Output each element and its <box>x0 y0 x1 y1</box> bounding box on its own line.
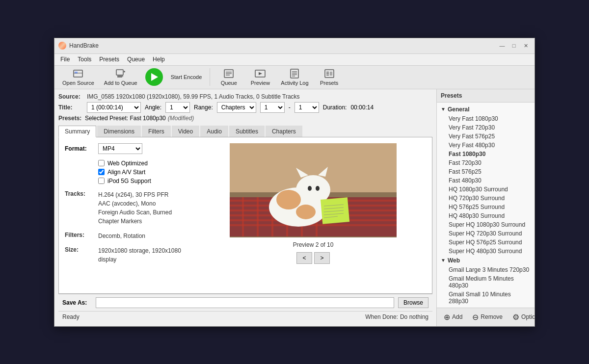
preview-button[interactable]: Preview <box>245 67 275 87</box>
preset-gmail-large[interactable]: Gmail Large 3 Minutes 720p30 <box>437 265 535 274</box>
remove-preset-button[interactable]: ⊖ Remove <box>469 311 506 323</box>
track-4: Chapter Markers <box>98 217 172 226</box>
web-optimized-checkbox[interactable] <box>98 160 105 166</box>
preset-very-fast-480p30[interactable]: Very Fast 480p30 <box>437 141 535 150</box>
tracks-label: Tracks: <box>65 190 94 226</box>
when-done: When Done: Do nothing <box>365 313 428 320</box>
source-value: IMG_0585 1920x1080 (1920x1080), 59.99 FP… <box>87 93 300 100</box>
filters-label: Filters: <box>65 232 94 240</box>
presets-list: ▼ General Very Fast 1080p30 Very Fast 72… <box>437 103 535 308</box>
save-as-input[interactable] <box>96 297 394 308</box>
format-row: Format: MP4 MKV WebM <box>65 143 192 154</box>
tab-subtitles[interactable]: Subtitles <box>229 126 265 137</box>
svg-rect-19 <box>325 70 334 78</box>
track-1: H.264 (x264), 30 FPS PFR <box>98 190 172 199</box>
window-title: HandBrake <box>69 42 497 49</box>
range-select[interactable]: Chapters <box>217 102 256 113</box>
menu-file[interactable]: File <box>56 55 74 64</box>
minimize-button[interactable]: — <box>497 41 507 51</box>
preset-group-web[interactable]: ▼ Web <box>437 256 535 265</box>
tab-filters[interactable]: Filters <box>142 126 171 137</box>
tab-video[interactable]: Video <box>172 126 199 137</box>
ipod-5g-row: iPod 5G Support <box>98 178 192 184</box>
duration-value: 00:00:14 <box>350 104 374 111</box>
preset-hq-480p30-surround[interactable]: HQ 480p30 Surround <box>437 211 535 220</box>
start-encode-button[interactable] <box>145 68 163 86</box>
title-select[interactable]: 1 (00:00:14) <box>87 102 141 113</box>
close-button[interactable]: ✕ <box>521 41 531 51</box>
status-text: Ready <box>62 313 80 320</box>
add-preset-button[interactable]: ⊕ Add <box>441 311 465 323</box>
preset-super-hq-480p30[interactable]: Super HQ 480p30 Surround <box>437 247 535 256</box>
browse-button[interactable]: Browse <box>398 297 428 308</box>
preview-image <box>230 143 397 237</box>
svg-rect-14 <box>291 69 298 78</box>
menu-presets[interactable]: Presets <box>95 55 123 64</box>
preset-gmail-small[interactable]: Gmail Small 10 Minutes 288p30 <box>437 290 535 306</box>
preset-hq-720p30-surround[interactable]: HQ 720p30 Surround <box>437 194 535 203</box>
tab-summary[interactable]: Summary <box>58 126 96 137</box>
tracks-value: H.264 (x264), 30 FPS PFR AAC (avcodec), … <box>98 190 172 226</box>
preset-very-fast-576p25[interactable]: Very Fast 576p25 <box>437 132 535 141</box>
preset-hq-576p25-surround[interactable]: HQ 576p25 Surround <box>437 203 535 211</box>
tab-chapters[interactable]: Chapters <box>266 126 302 137</box>
svg-point-46 <box>276 190 301 209</box>
preset-very-fast-1080p30[interactable]: Very Fast 1080p30 <box>437 114 535 123</box>
preset-gmail-medium[interactable]: Gmail Medium 5 Minutes 480p30 <box>437 274 535 290</box>
app-icon <box>58 42 66 50</box>
menu-queue[interactable]: Queue <box>123 55 149 64</box>
menu-help[interactable]: Help <box>149 55 169 64</box>
save-row: Save As: Browse <box>58 294 432 311</box>
when-done-value[interactable]: Do nothing <box>400 313 428 320</box>
add-icon: ⊕ <box>444 312 450 322</box>
queue-button[interactable]: Queue <box>214 67 243 87</box>
preview-icon <box>255 68 266 79</box>
preset-hq-1080p30-surround[interactable]: HQ 1080p30 Surround <box>437 185 535 194</box>
range-label: Range: <box>194 104 213 111</box>
preset-super-hq-1080p30[interactable]: Super HQ 1080p30 Surround <box>437 220 535 229</box>
add-to-queue-icon <box>115 68 126 79</box>
preset-super-hq-576p25[interactable]: Super HQ 576p25 Surround <box>437 238 535 247</box>
options-preset-button[interactable]: ⚙ Options <box>509 311 535 323</box>
tab-audio[interactable]: Audio <box>200 126 228 137</box>
format-select[interactable]: MP4 MKV WebM <box>98 143 142 154</box>
add-to-queue-button[interactable]: Add to Queue <box>100 67 141 87</box>
menubar: File Tools Presets Queue Help <box>54 54 535 66</box>
svg-rect-35 <box>257 197 259 236</box>
presets-toolbar-button[interactable]: Presets <box>315 67 344 87</box>
maximize-button[interactable]: □ <box>509 41 519 51</box>
preview-next-button[interactable]: > <box>314 252 330 264</box>
presets-sidebar: Presets ▼ General Very Fast 1080p30 Very… <box>436 89 535 326</box>
filters-value: Decomb, Rotation <box>98 232 145 240</box>
preset-fast-720p30[interactable]: Fast 720p30 <box>437 158 535 167</box>
chapter-end-select[interactable]: 1 <box>294 102 319 113</box>
statusbar: Ready When Done: Do nothing <box>58 311 432 322</box>
window-controls: — □ ✕ <box>497 41 531 51</box>
menu-tools[interactable]: Tools <box>74 55 95 64</box>
preview-prev-button[interactable]: < <box>296 252 312 264</box>
tab-dimensions[interactable]: Dimensions <box>97 126 141 137</box>
open-source-button[interactable]: Open Source <box>58 67 98 87</box>
preview-area: Preview 2 of 10 < > <box>200 143 426 287</box>
chapter-start-select[interactable]: 1 <box>260 102 285 113</box>
preset-fast-480p30[interactable]: Fast 480p30 <box>437 176 535 185</box>
ipod-5g-checkbox[interactable] <box>98 178 105 184</box>
align-av-checkbox[interactable] <box>98 169 105 175</box>
preset-group-general[interactable]: ▼ General <box>437 104 535 114</box>
size-label: Size: <box>65 246 94 264</box>
svg-point-45 <box>316 186 320 191</box>
preset-super-hq-720p30[interactable]: Super HQ 720p30 Surround <box>437 229 535 238</box>
svg-rect-33 <box>230 224 397 226</box>
preview-label: Preview 2 of 10 <box>293 241 334 248</box>
angle-select[interactable]: 1 <box>165 102 190 113</box>
svg-rect-3 <box>116 70 123 75</box>
start-encode-label[interactable]: Start Encode <box>167 67 206 87</box>
preset-fast-1080p30[interactable]: Fast 1080p30 <box>437 150 535 158</box>
web-optimized-row: Web Optimized <box>98 160 192 167</box>
open-source-icon <box>73 68 83 79</box>
svg-rect-34 <box>242 197 244 236</box>
preset-fast-576p25[interactable]: Fast 576p25 <box>437 167 535 176</box>
preset-very-fast-720p30[interactable]: Very Fast 720p30 <box>437 123 535 132</box>
activity-log-button[interactable]: Activity Log <box>277 67 312 87</box>
group-arrow-general: ▼ <box>441 106 446 112</box>
